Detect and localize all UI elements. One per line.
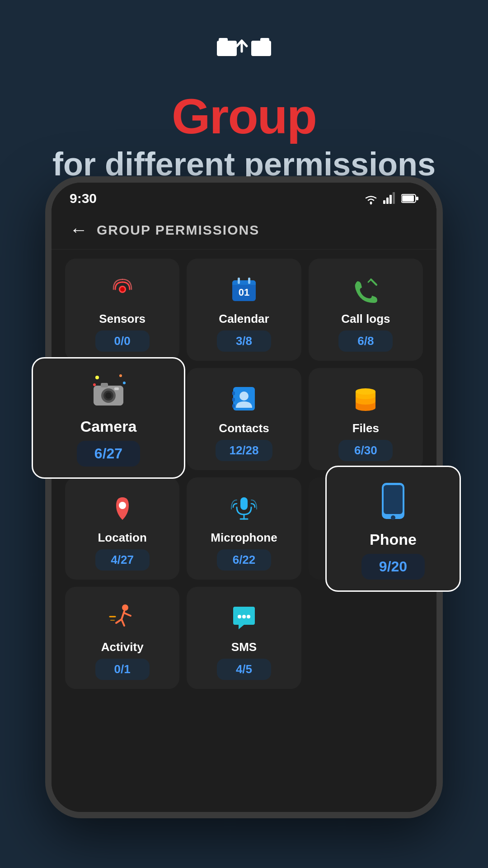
contacts-count: 12/28 [216,440,272,461]
activity-icon [104,599,141,636]
files-count: 6/30 [338,440,393,461]
perm-card-sms[interactable]: SMS 4/5 [187,587,301,689]
sms-icon [226,599,262,636]
sms-label: SMS [231,640,257,654]
back-button[interactable]: ← [70,220,88,240]
svg-rect-14 [114,387,119,390]
svg-point-61 [247,615,250,618]
phone-float-icon [377,481,409,525]
calllogs-count: 6/8 [338,330,393,352]
svg-point-5 [119,374,122,377]
sms-count: 4/5 [217,659,271,680]
svg-point-50 [119,502,126,509]
svg-text:01: 01 [239,287,249,298]
svg-point-56 [122,604,128,611]
perm-card-activity[interactable]: Activity 0/1 [65,587,179,689]
perm-card-files[interactable]: Files 6/30 [309,368,423,470]
phone-mockup-wrapper: Camera 6/27 Phone 9/20 9:30 [45,176,443,868]
microphone-count: 6/22 [217,549,271,571]
svg-point-7 [93,383,96,386]
phone-float-label: Phone [370,531,417,548]
svg-rect-20 [386,198,389,204]
svg-rect-16 [384,485,403,514]
perm-card-calllogs[interactable]: Call logs 6/8 [309,259,423,361]
svg-point-27 [120,287,125,292]
svg-point-17 [391,515,395,520]
phone-float-count: 9/20 [361,554,425,580]
svg-point-49 [356,388,375,395]
perm-card-sensors[interactable]: Sensors 0/0 [65,259,179,361]
perm-card-microphone[interactable]: Microphone 6/22 [187,477,301,580]
svg-point-59 [238,615,241,618]
page-title-group: Group [172,89,316,143]
perm-card-contacts[interactable]: Contacts 12/28 [187,368,301,470]
float-phone-card[interactable]: Phone 9/20 [325,466,461,592]
screen-title: GROUP PERMISSIONS [97,222,259,238]
call-logs-icon [347,271,384,307]
location-label: Location [98,531,146,545]
contacts-icon [226,381,262,417]
microphone-label: Microphone [211,531,277,545]
contacts-label: Contacts [219,421,269,435]
battery-icon [401,193,418,203]
status-icons [363,192,418,205]
svg-point-18 [370,202,372,204]
calendar-icon: 01 [226,271,262,307]
svg-rect-51 [240,497,248,510]
svg-rect-13 [101,383,108,387]
svg-rect-21 [389,195,392,204]
files-label: Files [352,421,379,435]
files-icon [347,381,384,417]
svg-rect-33 [248,278,250,284]
svg-rect-40 [232,392,235,395]
svg-rect-41 [232,398,235,401]
sensors-label: Sensors [99,312,145,326]
svg-rect-42 [232,404,235,408]
float-camera-card[interactable]: Camera 6/27 [32,357,185,479]
svg-rect-3 [260,38,269,42]
svg-rect-25 [416,197,418,200]
group-folders-icon [217,27,271,80]
svg-point-4 [95,376,99,379]
calendar-label: Calendar [219,312,269,326]
status-time: 9:30 [70,191,97,206]
app-header: ← GROUP PERMISSIONS [52,211,436,250]
svg-point-12 [105,392,112,399]
svg-rect-22 [393,192,395,204]
calendar-count: 3/8 [217,330,271,352]
top-section: Group for different permissions [0,0,488,186]
sensors-count: 0/0 [95,330,150,352]
svg-rect-19 [383,200,385,204]
svg-rect-0 [217,41,237,56]
perm-card-location[interactable]: Location 4/27 [65,477,179,580]
svg-point-39 [239,392,249,401]
location-count: 4/27 [95,549,150,571]
svg-rect-24 [402,195,414,202]
svg-rect-2 [251,41,271,56]
calllogs-label: Call logs [341,312,390,326]
svg-point-60 [242,615,246,618]
activity-label: Activity [101,640,144,654]
signal-icon [383,192,397,205]
camera-float-count: 6/27 [77,441,140,467]
wifi-icon [363,192,379,205]
perm-card-calendar[interactable]: 01 Calendar 3/8 [187,259,301,361]
activity-count: 0/1 [95,659,150,680]
camera-float-label: Camera [80,418,137,435]
location-icon [104,490,141,526]
sensors-icon [104,271,141,307]
camera-float-icon [88,372,129,412]
svg-rect-1 [219,38,228,42]
microphone-icon [226,490,262,526]
svg-rect-32 [238,278,240,284]
svg-point-6 [123,382,126,384]
status-bar: 9:30 [52,183,436,211]
